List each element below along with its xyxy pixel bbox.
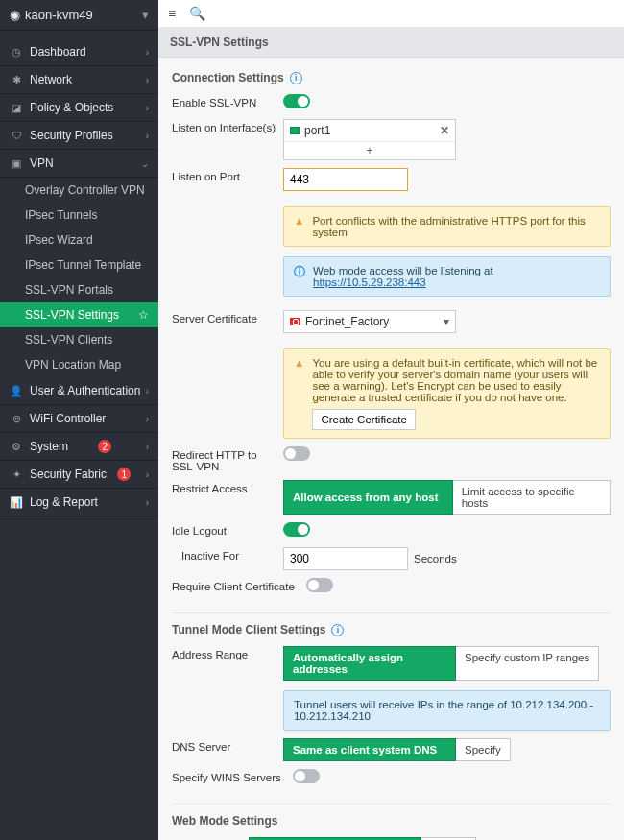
wifi-icon: ⊚	[10, 413, 23, 425]
dns-specify-option[interactable]: Specify	[456, 738, 511, 761]
listen-port-label: Listen on Port	[172, 168, 283, 182]
enable-sslvpn-label: Enable SSL-VPN	[172, 94, 283, 108]
dns-server-label: DNS Server	[172, 738, 283, 753]
server-cert-label: Server Certificate	[172, 310, 283, 324]
nav-vpn-sslvpn-portals[interactable]: SSL-VPN Portals	[0, 277, 158, 302]
page-title: SSL-VPN Settings	[158, 28, 624, 58]
cert-icon	[290, 318, 300, 325]
nav-security-profiles[interactable]: 🛡Security Profiles›	[0, 122, 158, 150]
inactive-unit: Seconds	[414, 553, 457, 564]
main-content: ≡ 🔍 SSL-VPN Settings Connection Settings…	[158, 0, 624, 840]
fabric-icon: ✦	[10, 468, 23, 481]
wins-toggle[interactable]	[293, 769, 320, 783]
log-icon: 📊	[10, 496, 23, 509]
wins-label: Specify WINS Servers	[172, 769, 293, 783]
create-certificate-button[interactable]: Create Certificate	[312, 409, 415, 430]
connection-settings-header: Connection Settingsi	[172, 67, 611, 90]
shield-icon: 🛡	[10, 130, 23, 141]
star-icon: ☆	[138, 308, 149, 322]
nav-vpn-ipsec-tunnels[interactable]: IPsec Tunnels	[0, 203, 158, 228]
chevron-right-icon: ›	[146, 442, 149, 452]
inactive-for-input[interactable]	[283, 547, 408, 570]
restrict-access-label: Restrict Access	[172, 480, 283, 494]
chevron-right-icon: ›	[146, 386, 149, 396]
sidebar: ◉ kaon-kvm49 ▾ ◷Dashboard› ✱Network› ◪Po…	[0, 0, 158, 840]
dns-same-option[interactable]: Same as client system DNS	[283, 738, 456, 761]
search-icon[interactable]: 🔍	[189, 6, 205, 21]
remove-icon[interactable]: ✕	[440, 124, 449, 137]
webmode-alert: ⓘWeb mode access will be listening at ht…	[283, 256, 611, 297]
nav-vpn-ipsec-wizard[interactable]: IPsec Wizard	[0, 228, 158, 252]
cert-warning-alert: ▲You are using a default built-in certif…	[283, 348, 611, 439]
nav-wifi[interactable]: ⊚WiFi Controller›	[0, 405, 158, 433]
user-icon: 👤	[10, 385, 23, 397]
restrict-access-segment: Allow access from any hostLimit access t…	[283, 480, 611, 515]
chevron-right-icon: ›	[146, 131, 149, 141]
listen-interface-select[interactable]: port1✕ +	[283, 119, 456, 160]
vpn-icon: ▣	[10, 157, 23, 170]
nav-security-fabric[interactable]: ✦Security Fabric1›	[0, 461, 158, 489]
require-client-cert-label: Require Client Certificate	[172, 578, 306, 592]
chevron-down-icon: ⌄	[141, 158, 149, 169]
fortinet-logo-icon: ◉	[10, 8, 20, 22]
server-cert-select[interactable]: Fortinet_Factory▾	[283, 310, 456, 333]
nav-vpn-overlay[interactable]: Overlay Controller VPN	[0, 178, 158, 203]
gauge-icon: ◷	[10, 46, 23, 59]
hostname-header[interactable]: ◉ kaon-kvm49 ▾	[0, 0, 158, 31]
chevron-right-icon: ›	[146, 75, 149, 85]
nav-dashboard[interactable]: ◷Dashboard›	[0, 38, 158, 66]
inactive-for-label: Inactive For	[172, 547, 283, 562]
tunnel-settings-header: Tunnel Mode Client Settingsi	[172, 612, 611, 642]
webmode-url-link[interactable]: https://10.5.29.238:443	[313, 276, 426, 288]
network-icon: ✱	[10, 74, 23, 86]
nav-vpn-sslvpn-settings[interactable]: SSL-VPN Settings☆	[0, 302, 158, 327]
info-icon[interactable]: i	[290, 72, 302, 84]
gear-icon: ⚙	[10, 441, 23, 453]
address-range-label: Address Range	[172, 646, 283, 660]
chevron-right-icon: ›	[146, 497, 149, 508]
port-conflict-alert: ▲Port conflicts with the administrative …	[283, 206, 611, 247]
chevron-right-icon: ›	[146, 469, 149, 480]
warning-icon: ▲	[294, 215, 304, 227]
system-badge: 2	[98, 440, 111, 453]
redirect-http-label: Redirect HTTP to SSL-VPN	[172, 446, 283, 472]
web-mode-header: Web Mode Settings	[172, 804, 611, 833]
chevron-right-icon: ›	[146, 47, 149, 58]
idle-logout-toggle[interactable]	[283, 522, 310, 537]
address-range-segment: Automatically assign addressesSpecify cu…	[283, 646, 599, 681]
restrict-any-option[interactable]: Allow access from any host	[283, 480, 453, 515]
nav-system[interactable]: ⚙System2›	[0, 433, 158, 461]
addr-auto-option[interactable]: Automatically assign addresses	[283, 646, 456, 681]
topbar: ≡ 🔍	[158, 0, 624, 28]
nav-vpn[interactable]: ▣VPN⌄	[0, 150, 158, 178]
idle-logout-label: Idle Logout	[172, 522, 283, 537]
fabric-badge: 1	[117, 468, 131, 481]
require-client-cert-toggle[interactable]	[306, 578, 333, 592]
nav-vpn-location-map[interactable]: VPN Location Map	[0, 352, 158, 377]
nav-vpn-sslvpn-clients[interactable]: SSL-VPN Clients	[0, 327, 158, 352]
chevron-right-icon: ›	[146, 414, 149, 424]
info-icon: ⓘ	[294, 265, 305, 279]
policy-icon: ◪	[10, 102, 23, 114]
nav-policy[interactable]: ◪Policy & Objects›	[0, 94, 158, 122]
port-icon	[290, 127, 300, 134]
addr-custom-option[interactable]: Specify custom IP ranges	[456, 646, 599, 681]
nav-log[interactable]: 📊Log & Report›	[0, 489, 158, 516]
restrict-limit-option[interactable]: Limit access to specific hosts	[453, 480, 611, 515]
chevron-down-icon: ▾	[142, 8, 149, 22]
address-range-info: Tunnel users will receive IPs in the ran…	[283, 690, 611, 731]
chevron-right-icon: ›	[146, 103, 149, 113]
redirect-http-toggle[interactable]	[283, 446, 310, 461]
enable-sslvpn-toggle[interactable]	[283, 94, 310, 108]
hostname: kaon-kvm49	[25, 8, 93, 22]
listen-port-input[interactable]	[283, 168, 408, 191]
nav-network[interactable]: ✱Network›	[0, 66, 158, 94]
listen-interface-label: Listen on Interface(s)	[172, 119, 283, 133]
menu-icon[interactable]: ≡	[168, 6, 176, 21]
nav-vpn-ipsec-template[interactable]: IPsec Tunnel Template	[0, 252, 158, 277]
dns-server-segment: Same as client system DNSSpecify	[283, 738, 511, 761]
chevron-down-icon: ▾	[444, 315, 449, 328]
info-icon[interactable]: i	[331, 624, 344, 636]
nav-user-auth[interactable]: 👤User & Authentication›	[0, 377, 158, 405]
add-interface-button[interactable]: +	[284, 141, 455, 159]
